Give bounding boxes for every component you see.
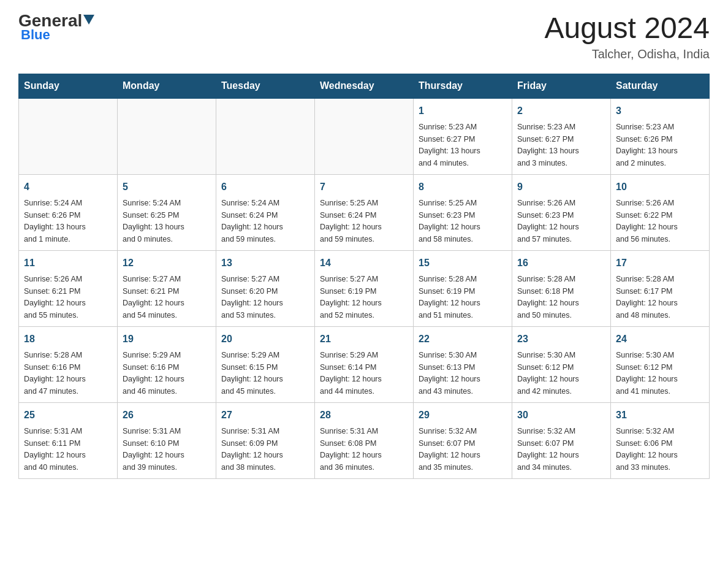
day-number: 23: [517, 332, 605, 347]
calendar-day-cell: 18Sunrise: 5:28 AM Sunset: 6:16 PM Dayli…: [19, 326, 118, 402]
calendar-day-cell: 25Sunrise: 5:31 AM Sunset: 6:11 PM Dayli…: [19, 402, 118, 478]
calendar-day-cell: 28Sunrise: 5:31 AM Sunset: 6:08 PM Dayli…: [315, 402, 414, 478]
calendar-day-header: Friday: [512, 74, 611, 98]
day-sun-info: Sunrise: 5:32 AM Sunset: 6:07 PM Dayligh…: [419, 427, 480, 472]
day-number: 7: [320, 180, 408, 194]
calendar-header-row: SundayMondayTuesdayWednesdayThursdayFrid…: [19, 74, 710, 98]
day-sun-info: Sunrise: 5:28 AM Sunset: 6:16 PM Dayligh…: [24, 351, 86, 396]
day-number: 29: [419, 408, 507, 423]
calendar-day-cell: 24Sunrise: 5:30 AM Sunset: 6:12 PM Dayli…: [611, 326, 710, 402]
day-sun-info: Sunrise: 5:28 AM Sunset: 6:19 PM Dayligh…: [419, 275, 480, 320]
day-number: 10: [616, 180, 704, 194]
title-block: August 2024 Talcher, Odisha, India: [544, 12, 710, 61]
day-sun-info: Sunrise: 5:27 AM Sunset: 6:21 PM Dayligh…: [123, 275, 184, 320]
calendar-day-cell: 13Sunrise: 5:27 AM Sunset: 6:20 PM Dayli…: [216, 250, 315, 326]
day-sun-info: Sunrise: 5:29 AM Sunset: 6:15 PM Dayligh…: [221, 351, 283, 396]
day-sun-info: Sunrise: 5:23 AM Sunset: 6:27 PM Dayligh…: [517, 123, 579, 167]
day-number: 14: [320, 256, 408, 270]
day-number: 17: [616, 256, 704, 270]
day-number: 16: [517, 256, 605, 270]
day-number: 24: [616, 332, 704, 347]
month-year-title: August 2024: [544, 12, 710, 45]
calendar-day-header: Saturday: [611, 74, 710, 98]
day-sun-info: Sunrise: 5:24 AM Sunset: 6:24 PM Dayligh…: [221, 199, 283, 243]
calendar-day-cell: 22Sunrise: 5:30 AM Sunset: 6:13 PM Dayli…: [414, 326, 512, 402]
day-number: 11: [24, 256, 112, 270]
day-number: 6: [221, 180, 309, 194]
calendar-week-row: 11Sunrise: 5:26 AM Sunset: 6:21 PM Dayli…: [19, 250, 710, 326]
calendar-day-cell: 16Sunrise: 5:28 AM Sunset: 6:18 PM Dayli…: [512, 250, 611, 326]
calendar-day-cell: 9Sunrise: 5:26 AM Sunset: 6:23 PM Daylig…: [512, 174, 611, 250]
day-number: 20: [221, 332, 309, 347]
calendar-day-header: Tuesday: [216, 74, 315, 98]
day-sun-info: Sunrise: 5:26 AM Sunset: 6:22 PM Dayligh…: [616, 199, 678, 243]
calendar-day-cell: [19, 98, 118, 175]
logo: General Blue: [18, 12, 94, 43]
day-number: 2: [517, 104, 605, 118]
day-sun-info: Sunrise: 5:27 AM Sunset: 6:20 PM Dayligh…: [221, 275, 283, 320]
day-number: 28: [320, 408, 408, 423]
day-number: 12: [123, 256, 211, 270]
day-number: 18: [24, 332, 112, 347]
calendar-day-cell: 14Sunrise: 5:27 AM Sunset: 6:19 PM Dayli…: [315, 250, 414, 326]
day-sun-info: Sunrise: 5:23 AM Sunset: 6:27 PM Dayligh…: [419, 123, 480, 167]
day-sun-info: Sunrise: 5:31 AM Sunset: 6:09 PM Dayligh…: [221, 427, 283, 472]
calendar-day-cell: 19Sunrise: 5:29 AM Sunset: 6:16 PM Dayli…: [118, 326, 216, 402]
day-number: 21: [320, 332, 408, 347]
day-sun-info: Sunrise: 5:23 AM Sunset: 6:26 PM Dayligh…: [616, 123, 678, 167]
day-sun-info: Sunrise: 5:25 AM Sunset: 6:24 PM Dayligh…: [320, 199, 382, 243]
day-number: 31: [616, 408, 704, 423]
day-number: 22: [419, 332, 507, 347]
day-number: 30: [517, 408, 605, 423]
calendar-day-cell: 30Sunrise: 5:32 AM Sunset: 6:07 PM Dayli…: [512, 402, 611, 478]
svg-marker-0: [83, 15, 94, 25]
logo-triangle-icon: [83, 15, 94, 27]
day-sun-info: Sunrise: 5:29 AM Sunset: 6:16 PM Dayligh…: [123, 351, 184, 396]
day-sun-info: Sunrise: 5:31 AM Sunset: 6:10 PM Dayligh…: [123, 427, 184, 472]
calendar-day-cell: 1Sunrise: 5:23 AM Sunset: 6:27 PM Daylig…: [414, 98, 512, 175]
logo-blue-text: Blue: [18, 27, 50, 43]
calendar-day-cell: [315, 98, 414, 175]
calendar-day-cell: 6Sunrise: 5:24 AM Sunset: 6:24 PM Daylig…: [216, 174, 315, 250]
location-subtitle: Talcher, Odisha, India: [544, 47, 710, 61]
day-number: 13: [221, 256, 309, 270]
day-sun-info: Sunrise: 5:26 AM Sunset: 6:23 PM Dayligh…: [517, 199, 579, 243]
calendar-day-cell: 4Sunrise: 5:24 AM Sunset: 6:26 PM Daylig…: [19, 174, 118, 250]
day-sun-info: Sunrise: 5:24 AM Sunset: 6:25 PM Dayligh…: [123, 199, 184, 243]
day-number: 19: [123, 332, 211, 347]
day-number: 1: [419, 104, 507, 118]
calendar-day-cell: 10Sunrise: 5:26 AM Sunset: 6:22 PM Dayli…: [611, 174, 710, 250]
calendar-day-cell: 29Sunrise: 5:32 AM Sunset: 6:07 PM Dayli…: [414, 402, 512, 478]
day-sun-info: Sunrise: 5:30 AM Sunset: 6:12 PM Dayligh…: [517, 351, 579, 396]
calendar-day-cell: 20Sunrise: 5:29 AM Sunset: 6:15 PM Dayli…: [216, 326, 315, 402]
calendar-day-cell: 23Sunrise: 5:30 AM Sunset: 6:12 PM Dayli…: [512, 326, 611, 402]
page-header: General Blue August 2024 Talcher, Odisha…: [18, 12, 710, 61]
day-sun-info: Sunrise: 5:31 AM Sunset: 6:08 PM Dayligh…: [320, 427, 382, 472]
calendar-day-cell: 31Sunrise: 5:32 AM Sunset: 6:06 PM Dayli…: [611, 402, 710, 478]
day-number: 26: [123, 408, 211, 423]
calendar-day-cell: 8Sunrise: 5:25 AM Sunset: 6:23 PM Daylig…: [414, 174, 512, 250]
day-sun-info: Sunrise: 5:30 AM Sunset: 6:12 PM Dayligh…: [616, 351, 678, 396]
calendar-day-header: Wednesday: [315, 74, 414, 98]
calendar-day-cell: 11Sunrise: 5:26 AM Sunset: 6:21 PM Dayli…: [19, 250, 118, 326]
day-number: 25: [24, 408, 112, 423]
calendar-day-cell: 3Sunrise: 5:23 AM Sunset: 6:26 PM Daylig…: [611, 98, 710, 175]
day-sun-info: Sunrise: 5:24 AM Sunset: 6:26 PM Dayligh…: [24, 199, 86, 243]
day-number: 27: [221, 408, 309, 423]
day-sun-info: Sunrise: 5:27 AM Sunset: 6:19 PM Dayligh…: [320, 275, 382, 320]
calendar-week-row: 1Sunrise: 5:23 AM Sunset: 6:27 PM Daylig…: [19, 98, 710, 175]
calendar-day-cell: 27Sunrise: 5:31 AM Sunset: 6:09 PM Dayli…: [216, 402, 315, 478]
calendar-day-cell: 12Sunrise: 5:27 AM Sunset: 6:21 PM Dayli…: [118, 250, 216, 326]
day-sun-info: Sunrise: 5:28 AM Sunset: 6:17 PM Dayligh…: [616, 275, 678, 320]
calendar-day-header: Thursday: [414, 74, 512, 98]
day-number: 4: [24, 180, 112, 194]
calendar-day-header: Monday: [118, 74, 216, 98]
calendar-day-cell: 26Sunrise: 5:31 AM Sunset: 6:10 PM Dayli…: [118, 402, 216, 478]
day-number: 15: [419, 256, 507, 270]
calendar-day-header: Sunday: [19, 74, 118, 98]
day-number: 9: [517, 180, 605, 194]
calendar-day-cell: 2Sunrise: 5:23 AM Sunset: 6:27 PM Daylig…: [512, 98, 611, 175]
day-number: 5: [123, 180, 211, 194]
day-sun-info: Sunrise: 5:32 AM Sunset: 6:06 PM Dayligh…: [616, 427, 678, 472]
day-sun-info: Sunrise: 5:29 AM Sunset: 6:14 PM Dayligh…: [320, 351, 382, 396]
